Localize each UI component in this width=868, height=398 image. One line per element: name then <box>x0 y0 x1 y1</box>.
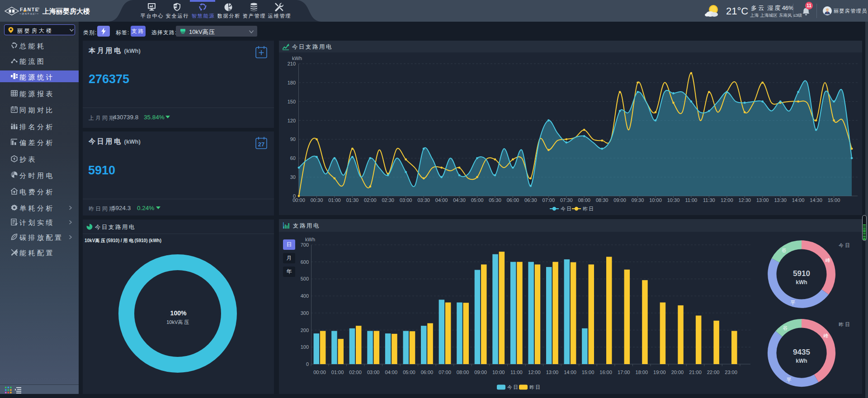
svg-text:昨日: 昨日 <box>583 206 594 211</box>
svg-text:09:00: 09:00 <box>613 197 626 203</box>
svg-text:10:30: 10:30 <box>667 197 680 203</box>
svg-text:平: 平 <box>790 300 795 305</box>
svg-text:10:00: 10:00 <box>649 197 662 203</box>
svg-text:03:00: 03:00 <box>367 370 380 375</box>
svg-text:今日: 今日 <box>561 206 572 211</box>
svg-text:11:00: 11:00 <box>510 370 523 375</box>
svg-text:05:00: 05:00 <box>471 197 484 203</box>
svg-text:210: 210 <box>288 61 296 66</box>
svg-text:5910: 5910 <box>793 269 810 278</box>
svg-text:今日: 今日 <box>507 384 519 390</box>
svg-text:04:00: 04:00 <box>435 197 448 203</box>
svg-text:kWh: kWh <box>796 358 807 364</box>
svg-text:30: 30 <box>290 174 296 180</box>
svg-text:06:30: 06:30 <box>524 197 537 203</box>
svg-text:500: 500 <box>301 276 309 281</box>
svg-text:200: 200 <box>301 328 309 333</box>
svg-text:16:00: 16:00 <box>599 370 612 375</box>
svg-text:08:00: 08:00 <box>578 197 590 203</box>
svg-text:13:00: 13:00 <box>546 370 559 375</box>
svg-text:14:30: 14:30 <box>810 197 822 203</box>
svg-text:04:00: 04:00 <box>385 370 398 375</box>
svg-text:谷: 谷 <box>783 325 788 331</box>
svg-text:12:00: 12:00 <box>721 197 733 203</box>
svg-text:kWh: kWh <box>796 279 807 286</box>
svg-text:05:30: 05:30 <box>489 197 501 203</box>
svg-text:08:30: 08:30 <box>596 197 609 203</box>
svg-text:27: 27 <box>258 141 264 148</box>
svg-text:15:00: 15:00 <box>828 197 840 203</box>
svg-text:昨日: 昨日 <box>839 322 851 327</box>
svg-text:00:30: 00:30 <box>311 197 323 203</box>
svg-text:11:00: 11:00 <box>685 197 698 203</box>
svg-text:15:00: 15:00 <box>582 370 594 375</box>
svg-text:02:30: 02:30 <box>382 197 394 203</box>
svg-text:01:30: 01:30 <box>346 197 359 203</box>
svg-text:谷: 谷 <box>782 248 787 253</box>
svg-text:kWh: kWh <box>292 56 302 61</box>
svg-text:峰: 峰 <box>826 258 830 263</box>
svg-text:02:00: 02:00 <box>364 197 377 203</box>
svg-text:09:00: 09:00 <box>474 370 487 375</box>
svg-text:09:30: 09:30 <box>632 197 644 203</box>
svg-text:120: 120 <box>288 118 296 123</box>
svg-text:11:30: 11:30 <box>703 197 715 203</box>
svg-text:600: 600 <box>301 259 309 265</box>
svg-text:00:00: 00:00 <box>313 370 326 375</box>
svg-text:700: 700 <box>301 242 309 248</box>
svg-text:10:00: 10:00 <box>492 370 505 375</box>
svg-text:19:00: 19:00 <box>653 370 666 375</box>
svg-text:07:00: 07:00 <box>542 197 555 203</box>
svg-text:03:30: 03:30 <box>417 197 430 203</box>
svg-text:17:00: 17:00 <box>618 370 630 375</box>
svg-text:13:30: 13:30 <box>774 197 787 203</box>
svg-text:22:00: 22:00 <box>707 370 720 375</box>
svg-text:0: 0 <box>306 361 309 367</box>
svg-text:300: 300 <box>301 310 309 316</box>
svg-text:今日: 今日 <box>839 243 851 248</box>
svg-text:14:00: 14:00 <box>792 197 805 203</box>
svg-text:20:00: 20:00 <box>671 370 684 375</box>
svg-text:08:00: 08:00 <box>457 370 469 375</box>
svg-text:03:00: 03:00 <box>400 197 412 203</box>
svg-text:100: 100 <box>301 344 309 350</box>
svg-text:180: 180 <box>288 80 296 85</box>
svg-text:06:00: 06:00 <box>421 370 434 375</box>
svg-text:平: 平 <box>787 377 792 383</box>
svg-text:02:00: 02:00 <box>349 370 362 375</box>
svg-text:9435: 9435 <box>793 348 810 356</box>
svg-text:150: 150 <box>288 99 296 104</box>
svg-text:90: 90 <box>290 136 296 142</box>
svg-text:12:00: 12:00 <box>528 370 541 375</box>
svg-text:06:00: 06:00 <box>507 197 519 203</box>
svg-text:400: 400 <box>301 293 309 299</box>
svg-text:01:00: 01:00 <box>328 197 341 203</box>
svg-text:01:00: 01:00 <box>331 370 344 375</box>
svg-text:21:00: 21:00 <box>689 370 702 375</box>
svg-text:05:00: 05:00 <box>403 370 415 375</box>
svg-text:kWh: kWh <box>305 237 315 242</box>
svg-text:14:00: 14:00 <box>564 370 576 375</box>
svg-text:04:30: 04:30 <box>453 197 466 203</box>
svg-text:60: 60 <box>290 155 296 161</box>
svg-text:12:30: 12:30 <box>738 197 751 203</box>
svg-text:00:00: 00:00 <box>292 197 305 203</box>
svg-text:昨日: 昨日 <box>529 384 541 390</box>
svg-text:07:00: 07:00 <box>439 370 451 375</box>
svg-text:峰: 峰 <box>824 333 829 338</box>
svg-text:23:00: 23:00 <box>725 370 737 375</box>
svg-text:13:00: 13:00 <box>756 197 769 203</box>
svg-text:07:30: 07:30 <box>560 197 573 203</box>
svg-text:18:00: 18:00 <box>636 370 648 375</box>
